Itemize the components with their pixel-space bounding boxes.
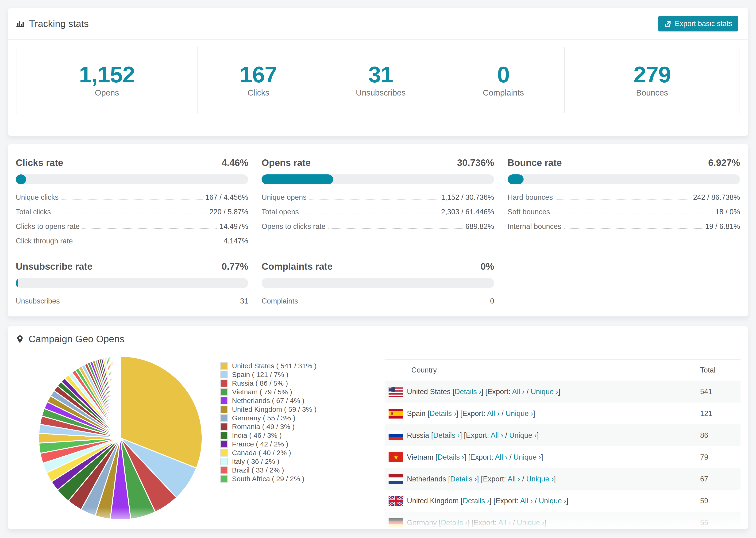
- detail-value: 242 / 86.738%: [693, 193, 740, 202]
- legend-item-india: India ( 46 / 3% ): [220, 431, 316, 440]
- legend-item-italy: Italy ( 36 / 2% ): [220, 457, 316, 466]
- total-value: 86: [700, 431, 740, 440]
- country-name: Germany: [407, 518, 437, 527]
- details-link[interactable]: Details ›: [463, 497, 490, 505]
- rate-value: 30.736%: [457, 157, 494, 168]
- export-unique-link[interactable]: Unique ›: [509, 431, 537, 439]
- punctuation: ]: [537, 431, 539, 439]
- details-link[interactable]: Details ›: [430, 409, 457, 418]
- export-unique-link[interactable]: Unique ›: [539, 497, 566, 505]
- legend-swatch-south-africa: [220, 475, 228, 483]
- rate-value: 6.927%: [708, 157, 740, 168]
- legend-swatch-italy: [220, 458, 228, 465]
- country-links: United Kingdom [Details ›] [Export: All …: [407, 497, 568, 505]
- export-unique-link[interactable]: Unique ›: [531, 388, 558, 396]
- details-link[interactable]: Details ›: [433, 431, 460, 439]
- country-links: Spain [Details ›] [Export: All › / Uniqu…: [407, 409, 535, 418]
- export-all-link[interactable]: All ›: [491, 431, 503, 439]
- details-link[interactable]: Details ›: [450, 475, 477, 483]
- dotted-leader: [564, 228, 702, 229]
- dotted-leader: [553, 214, 713, 214]
- details-link[interactable]: Details ›: [437, 453, 464, 461]
- export-unique-link[interactable]: Unique ›: [517, 518, 544, 527]
- flag-nl-icon: [389, 474, 403, 484]
- legend-label: Netherlands ( 67 / 4% ): [232, 397, 304, 405]
- dotted-leader: [328, 228, 463, 229]
- legend-swatch-romania: [220, 423, 228, 430]
- legend-label: Germany ( 55 / 3% ): [232, 414, 296, 422]
- detail-label: Total clicks: [16, 208, 51, 216]
- detail-label: Unique opens: [261, 193, 306, 202]
- punctuation: ] [Export:: [477, 475, 508, 483]
- rate-detail-rows: Unique opens1,152 / 30.736%Total opens2,…: [261, 193, 494, 231]
- dotted-leader: [301, 303, 487, 303]
- legend-item-brazil: Brazil ( 33 / 2% ): [220, 466, 316, 474]
- country-cell: Spain [Details ›] [Export: All › / Uniqu…: [385, 409, 700, 418]
- total-value: 67: [700, 475, 740, 483]
- punctuation: ] [Export:: [460, 431, 491, 439]
- summary-stats-box: 1,152Opens167Clicks31Unsubscribes0Compla…: [16, 47, 740, 113]
- legend-label: Romania ( 49 / 3% ): [232, 423, 295, 431]
- summary-label-opens: Opens: [95, 88, 119, 97]
- country-cell: United States [Details ›] [Export: All ›…: [385, 387, 700, 397]
- export-all-link[interactable]: All ›: [495, 453, 507, 461]
- legend-swatch-germany: [220, 414, 228, 422]
- summary-value-clicks: 167: [240, 63, 277, 86]
- punctuation: /: [507, 453, 513, 461]
- rate-block-opens-rate: Opens rate30.736%Unique opens1,152 / 30.…: [261, 157, 494, 245]
- rate-title: Unsubscribe rate: [16, 261, 92, 272]
- summary-cell-clicks: 167Clicks: [198, 47, 319, 113]
- punctuation: [: [433, 453, 437, 461]
- export-all-link[interactable]: All ›: [508, 475, 520, 483]
- detail-value: 4.147%: [224, 237, 248, 245]
- legend-label: South Africa ( 29 / 2% ): [232, 475, 304, 483]
- export-all-link[interactable]: All ›: [520, 497, 532, 505]
- rate-value: 4.46%: [222, 157, 248, 168]
- punctuation: ] [Export:: [490, 497, 520, 505]
- punctuation: ]: [544, 518, 547, 527]
- legend-label: India ( 46 / 3% ): [232, 431, 282, 439]
- rates-grid: Clicks rate4.46%Unique clicks167 / 4.456…: [8, 144, 748, 305]
- rate-block-unsubscribe-rate: Unsubscribe rate0.77%Unsubscribes31: [16, 261, 248, 305]
- pie-slice-55: [120, 356, 121, 438]
- export-all-link[interactable]: All ›: [512, 388, 524, 396]
- detail-value: 19 / 6.81%: [705, 222, 740, 231]
- export-unique-link[interactable]: Unique ›: [506, 409, 533, 418]
- legend-label: France ( 42 / 2% ): [232, 440, 288, 448]
- country-column-header: Country: [385, 366, 700, 374]
- export-button-label: Export basic stats: [675, 20, 732, 28]
- rates-card: Clicks rate4.46%Unique clicks167 / 4.456…: [8, 144, 748, 317]
- country-name: United Kingdom: [407, 497, 459, 505]
- details-link[interactable]: Details ›: [455, 388, 481, 396]
- table-row-united-kingdom: United Kingdom [Details ›] [Export: All …: [385, 490, 740, 512]
- export-basic-stats-button[interactable]: Export basic stats: [658, 16, 738, 31]
- rate-value: 0%: [481, 261, 494, 272]
- export-all-link[interactable]: All ›: [498, 518, 511, 527]
- summary-value-bounces: 279: [633, 63, 671, 86]
- rate-header: Complaints rate0%: [261, 261, 494, 272]
- rate-header: Unsubscribe rate0.77%: [16, 261, 248, 272]
- rate-detail-row: Opens to clicks rate689.82%: [261, 222, 494, 231]
- flag-vn-icon: [389, 452, 403, 462]
- export-all-link[interactable]: All ›: [487, 409, 499, 418]
- export-unique-link[interactable]: Unique ›: [513, 453, 541, 461]
- summary-cell-complaints: 0Complaints: [442, 47, 565, 113]
- details-link[interactable]: Details ›: [441, 518, 468, 527]
- summary-value-opens: 1,152: [79, 63, 135, 86]
- rate-title: Opens rate: [261, 157, 311, 168]
- rate-header: Opens rate30.736%: [261, 157, 494, 168]
- rate-title: Complaints rate: [261, 261, 333, 272]
- progress-bar-fill: [16, 278, 18, 288]
- rate-detail-rows: Unique clicks167 / 4.456%Total clicks220…: [16, 193, 248, 245]
- summary-value-complaints: 0: [497, 63, 510, 86]
- total-value: 79: [700, 453, 740, 461]
- summary-cell-opens: 1,152Opens: [17, 47, 198, 113]
- export-unique-link[interactable]: Unique ›: [526, 475, 554, 483]
- dotted-leader: [76, 243, 221, 243]
- legend-swatch-spain: [220, 371, 228, 378]
- detail-value: 220 / 5.87%: [209, 208, 248, 216]
- punctuation: [: [437, 518, 441, 527]
- total-value: 59: [700, 497, 740, 505]
- punctuation: [: [451, 388, 455, 396]
- punctuation: ] [Export:: [467, 518, 498, 527]
